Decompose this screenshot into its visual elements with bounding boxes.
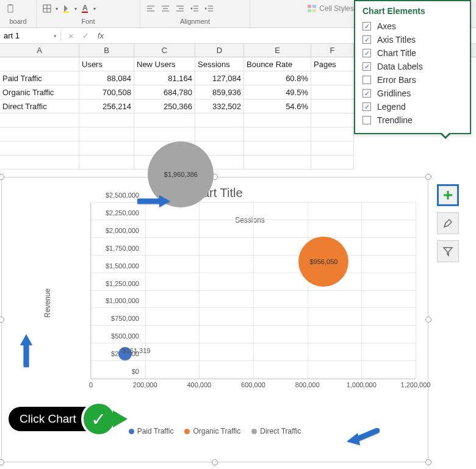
flyout-item[interactable]: ✓Axes xyxy=(362,20,463,33)
resize-handle[interactable] xyxy=(425,459,431,465)
cell[interactable] xyxy=(244,141,311,156)
cell[interactable] xyxy=(311,127,354,141)
cell[interactable] xyxy=(79,156,134,170)
checkbox[interactable]: ✓ xyxy=(362,89,371,98)
flyout-item[interactable]: ✓Gridlines xyxy=(362,87,463,100)
cell[interactable]: 81,164 xyxy=(134,71,195,85)
col-header[interactable]: D xyxy=(195,44,244,57)
flyout-item[interactable]: Trendline xyxy=(362,113,463,127)
legend-item[interactable]: Paid Traffic xyxy=(129,427,174,435)
chevron-down-icon[interactable]: ▾ xyxy=(93,6,96,12)
border-icon[interactable] xyxy=(40,2,54,15)
checkbox[interactable] xyxy=(362,76,371,84)
fx-label[interactable]: fx xyxy=(98,31,104,40)
cell[interactable] xyxy=(134,113,195,127)
col-header[interactable]: A xyxy=(0,44,79,57)
legend-item[interactable]: Direct Traffic xyxy=(251,427,301,435)
cell[interactable] xyxy=(311,85,354,99)
chart-filters-button[interactable] xyxy=(437,240,459,262)
cell[interactable] xyxy=(0,156,79,170)
flyout-item[interactable]: ✓Legend xyxy=(362,100,463,113)
fill-color-icon[interactable] xyxy=(59,2,73,15)
cell[interactable]: Organic Traffic xyxy=(0,85,79,99)
col-header[interactable]: F xyxy=(311,44,354,57)
flyout-item[interactable]: ✓Data Labels xyxy=(362,60,463,73)
cell[interactable] xyxy=(195,127,244,141)
checkbox[interactable]: ✓ xyxy=(362,22,371,30)
cell[interactable] xyxy=(0,113,79,127)
cell[interactable] xyxy=(311,99,354,113)
flyout-item[interactable]: Error Bars xyxy=(362,73,463,87)
col-header[interactable]: C xyxy=(134,44,195,57)
chevron-down-icon[interactable]: ▾ xyxy=(54,33,57,39)
chart-elements-button[interactable] xyxy=(437,184,459,206)
cell[interactable]: Users xyxy=(79,57,134,71)
cell[interactable] xyxy=(0,57,79,71)
chart-title[interactable]: Chart Title xyxy=(2,177,428,202)
cell[interactable] xyxy=(311,141,354,156)
checkbox[interactable]: ✓ xyxy=(362,102,371,111)
cell[interactable]: Paid Traffic xyxy=(0,71,79,85)
checkbox[interactable]: ✓ xyxy=(362,35,371,44)
cell[interactable] xyxy=(244,113,311,127)
cell[interactable]: 54.6% xyxy=(244,99,311,113)
cell[interactable]: 700,508 xyxy=(79,85,134,99)
indent-increase-icon[interactable] xyxy=(203,2,216,15)
indent-decrease-icon[interactable] xyxy=(188,2,201,15)
cell[interactable] xyxy=(79,127,134,141)
flyout-item[interactable]: ✓Chart Title xyxy=(362,46,463,60)
bubble-organic-traffic[interactable]: $956,050 xyxy=(298,237,348,287)
cell[interactable] xyxy=(134,127,195,141)
col-header[interactable]: B xyxy=(79,44,134,57)
cell[interactable] xyxy=(311,156,354,170)
cell[interactable]: 332,502 xyxy=(195,99,244,113)
cell[interactable]: 60.8% xyxy=(244,71,311,85)
cell[interactable]: 250,366 xyxy=(134,99,195,113)
resize-handle[interactable] xyxy=(0,459,4,465)
cell[interactable] xyxy=(0,141,79,156)
cancel-icon[interactable]: × xyxy=(68,30,74,41)
plot-area[interactable]: $0 $250,000 $500,000 $750,000 $1,000,000… xyxy=(90,202,416,379)
cell[interactable] xyxy=(195,113,244,127)
cell[interactable]: 88,084 xyxy=(79,71,134,85)
name-box[interactable]: art 1 ▾ xyxy=(0,31,61,40)
svg-rect-25 xyxy=(308,9,311,12)
cell[interactable]: Direct Traffic xyxy=(0,99,79,113)
cell[interactable]: Pages xyxy=(311,57,354,71)
checkbox[interactable]: ✓ xyxy=(362,49,371,57)
confirm-icon[interactable]: ✓ xyxy=(82,31,89,40)
resize-handle[interactable] xyxy=(0,317,4,323)
resize-handle[interactable] xyxy=(212,459,218,465)
cell[interactable]: 859,936 xyxy=(195,85,244,99)
cell-styles-button[interactable]: Cell Styles xyxy=(307,4,354,13)
clipboard-icon[interactable] xyxy=(4,2,17,15)
chevron-down-icon[interactable]: ▾ xyxy=(56,6,58,12)
flyout-item-label: Legend xyxy=(377,102,406,112)
cell[interactable] xyxy=(244,127,311,141)
cell[interactable]: Sessions xyxy=(195,57,244,71)
cell[interactable]: 256,214 xyxy=(79,99,134,113)
cell[interactable] xyxy=(0,127,79,141)
cell[interactable]: 684,780 xyxy=(134,85,195,99)
checkbox[interactable]: ✓ xyxy=(362,62,371,71)
cell[interactable] xyxy=(311,71,354,85)
cell[interactable]: 127,084 xyxy=(195,71,244,85)
checkbox[interactable] xyxy=(362,116,371,124)
col-header[interactable]: E xyxy=(244,44,311,57)
cell[interactable]: New Users xyxy=(134,57,195,71)
cell[interactable] xyxy=(79,141,134,156)
legend-item[interactable]: Organic Traffic xyxy=(184,427,240,435)
cell[interactable]: 49.5% xyxy=(244,85,311,99)
cell[interactable]: Bounce Rate xyxy=(244,57,311,71)
align-right-icon[interactable] xyxy=(173,2,187,15)
flyout-item[interactable]: ✓Axis Titles xyxy=(362,33,463,46)
cell[interactable] xyxy=(311,113,354,127)
cell[interactable] xyxy=(244,156,311,170)
align-center-icon[interactable] xyxy=(159,2,172,15)
align-left-icon[interactable] xyxy=(144,2,157,15)
chevron-down-icon[interactable]: ▾ xyxy=(74,6,77,12)
y-axis-title[interactable]: Revenue xyxy=(43,288,52,318)
cell[interactable] xyxy=(79,113,134,127)
chart-styles-button[interactable] xyxy=(437,212,459,234)
font-color-icon[interactable]: A xyxy=(78,2,92,15)
